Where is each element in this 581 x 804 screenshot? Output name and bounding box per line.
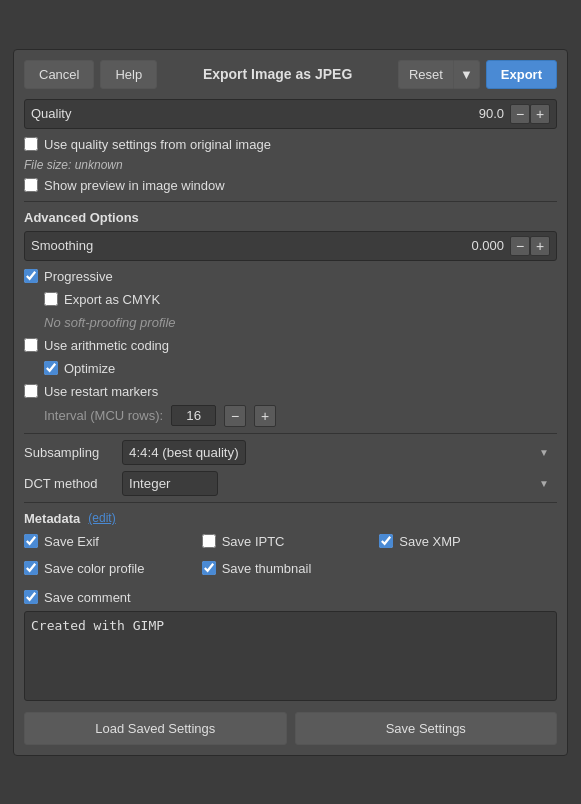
save-iptc-label: Save IPTC (222, 534, 285, 549)
file-size-text: File size: unknown (24, 158, 557, 172)
export-jpeg-dialog: Cancel Help Export Image as JPEG Reset ▼… (13, 49, 568, 756)
save-thumbnail-label: Save thumbnail (222, 561, 312, 576)
smoothing-label: Smoothing (31, 238, 464, 253)
comment-textarea[interactable]: Created with GIMP (24, 611, 557, 701)
use-quality-settings-checkbox[interactable] (24, 137, 38, 151)
dialog-title: Export Image as JPEG (163, 66, 392, 82)
export-cmyk-label: Export as CMYK (64, 292, 160, 307)
use-quality-settings-row: Use quality settings from original image (24, 135, 557, 154)
progressive-row: Progressive (24, 267, 557, 286)
restart-markers-row: Use restart markers (24, 382, 557, 401)
metadata-header: Metadata (edit) (24, 511, 557, 526)
save-xmp-row: Save XMP (379, 532, 557, 551)
dct-method-wrapper: Integer Fixed Point Floating Point (122, 471, 557, 496)
save-comment-label: Save comment (44, 590, 131, 605)
save-iptc-checkbox[interactable] (202, 534, 216, 548)
divider-1 (24, 201, 557, 202)
save-xmp-label: Save XMP (399, 534, 460, 549)
help-button[interactable]: Help (100, 60, 157, 89)
arithmetic-coding-checkbox[interactable] (24, 338, 38, 352)
save-exif-row: Save Exif (24, 532, 202, 551)
metadata-title: Metadata (24, 511, 80, 526)
quality-label: Quality (31, 106, 464, 121)
smoothing-value: 0.000 (464, 238, 504, 253)
save-thumbnail-row: Save thumbnail (202, 559, 380, 578)
restart-markers-label: Use restart markers (44, 384, 158, 399)
cancel-button[interactable]: Cancel (24, 60, 94, 89)
show-preview-checkbox[interactable] (24, 178, 38, 192)
quality-decrease-button[interactable]: − (510, 104, 530, 124)
dct-method-select[interactable]: Integer Fixed Point Floating Point (122, 471, 218, 496)
interval-decrease-button[interactable]: − (224, 405, 246, 427)
progressive-label: Progressive (44, 269, 113, 284)
bottom-buttons: Load Saved Settings Save Settings (24, 712, 557, 745)
metadata-checkboxes: Save Exif Save IPTC Save XMP Save color … (24, 532, 557, 582)
arithmetic-coding-label: Use arithmetic coding (44, 338, 169, 353)
restart-markers-checkbox[interactable] (24, 384, 38, 398)
smoothing-decrease-button[interactable]: − (510, 236, 530, 256)
divider-3 (24, 502, 557, 503)
advanced-options-header: Advanced Options (24, 210, 557, 225)
soft-proofing-text: No soft-proofing profile (44, 315, 176, 330)
save-color-profile-checkbox[interactable] (24, 561, 38, 575)
subsampling-label: Subsampling (24, 445, 114, 460)
quality-slider-row: Quality 90.0 − + (24, 99, 557, 129)
save-comment-checkbox[interactable] (24, 590, 38, 604)
export-button[interactable]: Export (486, 60, 557, 89)
subsampling-row: Subsampling 4:4:4 (best quality) 4:2:2 4… (24, 440, 557, 465)
arithmetic-coding-row: Use arithmetic coding (24, 336, 557, 355)
load-saved-settings-button[interactable]: Load Saved Settings (24, 712, 287, 745)
quality-increase-button[interactable]: + (530, 104, 550, 124)
toolbar: Cancel Help Export Image as JPEG Reset ▼… (24, 60, 557, 89)
save-xmp-checkbox[interactable] (379, 534, 393, 548)
metadata-edit-link[interactable]: (edit) (88, 511, 115, 525)
save-settings-button[interactable]: Save Settings (295, 712, 558, 745)
reset-dropdown-arrow[interactable]: ▼ (453, 60, 480, 89)
export-cmyk-checkbox[interactable] (44, 292, 58, 306)
save-iptc-row: Save IPTC (202, 532, 380, 551)
smoothing-increase-button[interactable]: + (530, 236, 550, 256)
smoothing-slider-row: Smoothing 0.000 − + (24, 231, 557, 261)
subsampling-select[interactable]: 4:4:4 (best quality) 4:2:2 4:2:0 4:1:1 (122, 440, 246, 465)
save-color-profile-label: Save color profile (44, 561, 144, 576)
interval-increase-button[interactable]: + (254, 405, 276, 427)
dct-method-label: DCT method (24, 476, 114, 491)
use-quality-settings-label: Use quality settings from original image (44, 137, 271, 152)
optimize-label: Optimize (64, 361, 115, 376)
reset-button-group: Reset ▼ (398, 60, 480, 89)
interval-input[interactable] (171, 405, 216, 426)
export-cmyk-row: Export as CMYK (24, 290, 557, 309)
optimize-checkbox[interactable] (44, 361, 58, 375)
show-preview-label: Show preview in image window (44, 178, 225, 193)
optimize-row: Optimize (24, 359, 557, 378)
save-comment-row: Save comment (24, 588, 557, 607)
subsampling-wrapper: 4:4:4 (best quality) 4:2:2 4:2:0 4:1:1 (122, 440, 557, 465)
divider-2 (24, 433, 557, 434)
save-color-profile-row: Save color profile (24, 559, 202, 578)
show-preview-row: Show preview in image window (24, 176, 557, 195)
save-thumbnail-checkbox[interactable] (202, 561, 216, 575)
interval-label: Interval (MCU rows): (44, 408, 163, 423)
reset-button[interactable]: Reset (398, 60, 453, 89)
dct-method-row: DCT method Integer Fixed Point Floating … (24, 471, 557, 496)
soft-proofing-row: No soft-proofing profile (24, 313, 557, 332)
quality-value: 90.0 (464, 106, 504, 121)
interval-row: Interval (MCU rows): − + (24, 405, 557, 427)
save-exif-label: Save Exif (44, 534, 99, 549)
progressive-checkbox[interactable] (24, 269, 38, 283)
save-exif-checkbox[interactable] (24, 534, 38, 548)
